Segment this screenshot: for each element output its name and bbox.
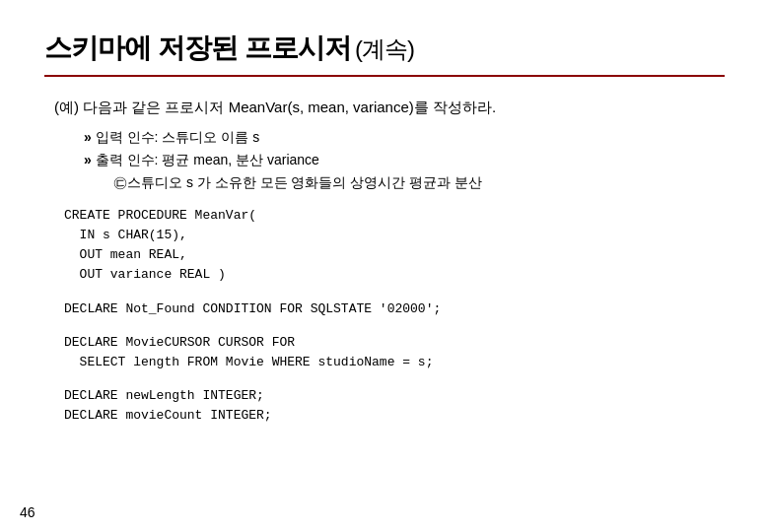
korean-desc: ㉢스튜디오 s 가 소유한 모든 영화들의 상영시간 평균과 분산 (113, 174, 725, 192)
code-block-4: DECLARE newLength INTEGER; DECLARE movie… (64, 386, 725, 426)
slide-number: 46 (20, 504, 35, 520)
slide-title: 스키마에 저장된 프로시저 (44, 33, 351, 63)
title-section: 스키마에 저장된 프로시저 (계속) (44, 30, 725, 77)
code-block-1: CREATE PROCEDURE MeanVar( IN s CHAR(15),… (64, 206, 725, 286)
slide-title-sub: (계속) (355, 35, 414, 62)
bullet-item-2: 출력 인수: 평균 mean, 분산 variance (84, 152, 725, 169)
slide-container: 스키마에 저장된 프로시저 (계속) (예) 다음과 같은 프로시저 MeanV… (0, 0, 769, 532)
content-area: (예) 다음과 같은 프로시저 MeanVar(s, mean, varianc… (44, 99, 725, 426)
example-intro: (예) 다음과 같은 프로시저 MeanVar(s, mean, varianc… (54, 99, 725, 117)
code-block-2: DECLARE Not_Found CONDITION FOR SQLSTATE… (64, 299, 725, 319)
bullet-item-1: 입력 인수: 스튜디오 이름 s (84, 129, 725, 147)
code-block-3: DECLARE MovieCURSOR CURSOR FOR SELECT le… (64, 333, 725, 372)
